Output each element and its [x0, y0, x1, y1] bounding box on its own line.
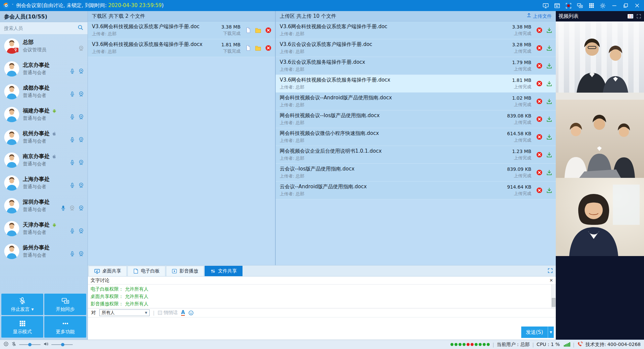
tab-4[interactable]: 文件共享: [205, 266, 243, 276]
fullscreen-icon[interactable]: [636, 14, 641, 19]
chevron-down-icon[interactable]: ˅: [12, 4, 13, 7]
message-input[interactable]: 发送(S) ▼: [88, 317, 556, 340]
record-icon[interactable]: [566, 3, 572, 9]
file-row[interactable]: 网会科技视频会议微信小程序快速指南.docx上传者: 总部614.58 KB上传…: [276, 128, 556, 146]
remove-icon[interactable]: [536, 45, 543, 51]
expand-icon[interactable]: [547, 268, 553, 273]
whiteboard-window-icon[interactable]: [554, 3, 560, 9]
mic-icon[interactable]: [69, 68, 75, 74]
download-icon[interactable]: [546, 169, 552, 176]
grid-view-icon[interactable]: [588, 3, 594, 9]
remove-icon[interactable]: [265, 27, 272, 34]
whisper-checkbox[interactable]: 悄悄话: [158, 310, 178, 316]
settings-icon[interactable]: [600, 3, 606, 9]
remove-icon[interactable]: [536, 134, 543, 140]
doc-file-icon[interactable]: [245, 45, 251, 51]
download-icon[interactable]: [546, 81, 552, 87]
participant-row[interactable]: 北京办事处普通与会者: [0, 57, 88, 80]
speaker-volume-slider[interactable]: [51, 342, 73, 347]
download-icon[interactable]: [546, 116, 552, 122]
video-thumbnail-3[interactable]: [556, 178, 644, 256]
sidebar-button-3[interactable]: 显示模式: [1, 316, 43, 338]
remove-icon[interactable]: [536, 151, 543, 158]
mic-icon[interactable]: [69, 183, 75, 188]
download-icon[interactable]: [546, 152, 552, 158]
sidebar-button-2[interactable]: 开始同步: [44, 294, 86, 315]
file-row[interactable]: V3.6网会科技视频会议系统服务端操作手册.docx上传者: 总部1.81 MB…: [88, 39, 275, 57]
participant-row[interactable]: 扬州办事处普通与会者: [0, 240, 88, 263]
webcam-icon[interactable]: [78, 182, 84, 188]
download-icon[interactable]: [546, 98, 552, 105]
mic-icon[interactable]: [69, 91, 75, 97]
participant-row[interactable]: 上海办事处普通与会者: [0, 171, 88, 194]
participant-row[interactable]: 福建办事处普通与会者: [0, 103, 88, 126]
webcam-off-icon[interactable]: [78, 45, 84, 51]
doc-file-icon[interactable]: [245, 27, 251, 33]
checkbox-icon[interactable]: [158, 311, 162, 315]
remove-icon[interactable]: [536, 27, 543, 34]
file-row[interactable]: 网会视频会议企业后台使用说明书1.0.1.docx上传者: 总部1.23 MB上…: [276, 146, 556, 164]
mic-icon[interactable]: [69, 160, 75, 165]
mic-icon[interactable]: [69, 137, 75, 143]
file-row[interactable]: 网会科技视频会议--Android版产品使用指南.docx上传者: 总部1.02…: [276, 93, 556, 110]
recipient-select[interactable]: 所有人▼: [99, 309, 150, 316]
tab-2[interactable]: 电子白板: [127, 266, 165, 276]
webcam-icon[interactable]: [78, 205, 84, 211]
file-row[interactable]: V3.6网会科技视频会议系统服务端操作手册.docx上传者: 总部1.81 MB…: [276, 75, 556, 93]
webcam-icon[interactable]: [78, 159, 84, 165]
screen-sync-icon[interactable]: [577, 3, 583, 9]
download-icon[interactable]: [546, 187, 552, 194]
participant-row[interactable]: 深圳办事处普通与会者: [0, 194, 88, 217]
mic-volume-icon[interactable]: [11, 342, 16, 348]
mic-icon[interactable]: [69, 228, 75, 234]
file-row[interactable]: V3.6网会科技视频会议系统客户端操作手册.doc上传者: 总部3.38 MB上…: [276, 21, 556, 39]
webcam-icon[interactable]: [78, 91, 84, 97]
download-icon[interactable]: [546, 27, 552, 34]
file-row[interactable]: 云会议--Android版产品使用指南.docx上传者: 总部914.64 KB…: [276, 182, 556, 199]
participant-row[interactable]: 总部会议管理员: [0, 35, 88, 57]
mic-icon[interactable]: [69, 251, 75, 257]
folder-icon[interactable]: [255, 27, 262, 34]
remove-icon[interactable]: [265, 45, 272, 51]
speaker-volume-icon[interactable]: [43, 341, 49, 348]
search-icon[interactable]: [77, 24, 84, 32]
participant-row[interactable]: 南京办事处普通与会者: [0, 149, 88, 171]
remove-icon[interactable]: [536, 169, 543, 176]
webcam-off-icon[interactable]: [69, 205, 75, 211]
mic-volume-slider[interactable]: [19, 342, 41, 347]
download-icon[interactable]: [546, 63, 552, 69]
chat-scrollbar[interactable]: [551, 285, 556, 308]
emoji-icon[interactable]: [188, 310, 194, 316]
webcam-icon[interactable]: [78, 68, 84, 74]
file-row[interactable]: V3.6网会科技视频会议系统客户端操作手册.doc上传者: 总部3.38 MB下…: [88, 21, 275, 39]
search-input[interactable]: [4, 26, 77, 31]
minimize-icon[interactable]: [611, 3, 617, 9]
send-button[interactable]: 发送(S): [521, 327, 548, 338]
participant-row[interactable]: 成都办事处普通与会者: [0, 80, 88, 103]
participant-row[interactable]: 天津办事处普通与会者: [0, 217, 88, 240]
sidebar-button-4[interactable]: 更多功能: [44, 316, 86, 338]
webcam-icon[interactable]: [78, 137, 84, 143]
webcam-icon[interactable]: [78, 114, 84, 120]
search-box[interactable]: [0, 22, 88, 35]
scrollbar-thumb[interactable]: [552, 298, 555, 307]
video-thumbnail-1[interactable]: [556, 21, 644, 100]
close-icon[interactable]: ✕: [549, 278, 553, 283]
mic-icon[interactable]: [69, 114, 75, 120]
remove-icon[interactable]: [536, 62, 543, 69]
maximize-icon[interactable]: [623, 3, 629, 9]
upload-file-button[interactable]: 上传文件: [526, 11, 552, 21]
file-row[interactable]: V3.6云会议会议系统客户端操作手册.doc上传者: 总部3.28 MB上传完成: [276, 39, 556, 57]
remove-icon[interactable]: [536, 98, 543, 105]
folder-icon[interactable]: [255, 45, 262, 52]
file-row[interactable]: 网会科技视频会议--Ios版产品使用指南.docx上传者: 总部839.08 K…: [276, 110, 556, 128]
tab-1[interactable]: 桌面共享: [89, 266, 127, 276]
sidebar-button-1[interactable]: 停止发言▼: [1, 294, 43, 315]
participant-row[interactable]: 杭州办事处普通与会者: [0, 126, 88, 149]
file-row[interactable]: 云会议--Ios版产品使用指南.docx上传者: 总部839.09 KB上传完成: [276, 164, 556, 182]
webcam-icon[interactable]: [78, 228, 84, 234]
remove-icon[interactable]: [536, 187, 543, 194]
file-row[interactable]: V3.6云会议系统服务端操作手册.docx上传者: 总部1.79 MB上传完成: [276, 57, 556, 75]
font-button[interactable]: A: [181, 310, 185, 316]
remove-icon[interactable]: [536, 116, 543, 122]
